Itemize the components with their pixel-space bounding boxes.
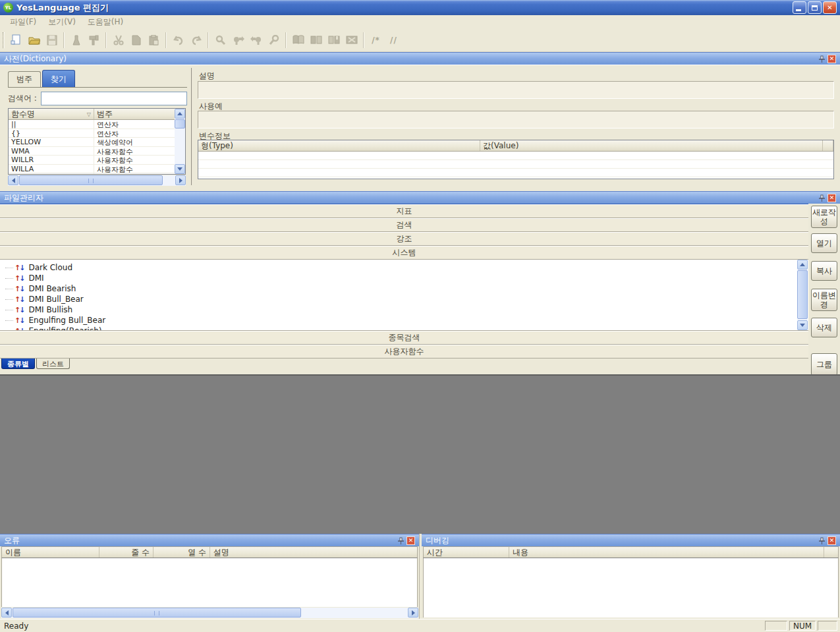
tree-item[interactable]: ↑↓ DMI Bullish: [0, 304, 797, 315]
tree-item-label[interactable]: DMI Bullish: [28, 305, 72, 314]
scroll-right-button[interactable]: [408, 608, 418, 618]
cut-button[interactable]: [109, 31, 127, 49]
menu-help[interactable]: 도움말(H): [82, 15, 129, 29]
tree-item[interactable]: ↑↓ Engulfing(Bearish): [0, 326, 797, 330]
section-user-functions[interactable]: 사용자함수: [0, 345, 808, 359]
menu-view[interactable]: 보기(V): [42, 15, 82, 29]
new-script-button[interactable]: 새로작성: [811, 206, 837, 228]
function-name-cell[interactable]: WHITE: [9, 173, 94, 174]
open-file-button[interactable]: [25, 31, 43, 49]
copy-button[interactable]: [127, 31, 145, 49]
pin-icon[interactable]: [818, 194, 826, 202]
scrollbar-thumb[interactable]: [13, 608, 301, 618]
dictionary-book-button[interactable]: [289, 31, 307, 49]
build-button[interactable]: [85, 31, 103, 49]
function-category-cell[interactable]: 사용자함수: [94, 165, 175, 173]
copy-script-button[interactable]: 복사: [811, 261, 837, 281]
section-stock-search[interactable]: 종목검색: [0, 331, 808, 345]
find-prev-button[interactable]: [247, 31, 265, 49]
column-header-value[interactable]: 값(Value): [480, 140, 823, 151]
function-category-cell[interactable]: 사용자함수: [94, 156, 175, 164]
window-titlebar[interactable]: YL YesLanguage 편집기 ✕: [0, 0, 840, 15]
errors-panel-titlebar[interactable]: 오류 ✕: [0, 534, 419, 546]
column-header-line[interactable]: 줄 수: [99, 547, 154, 558]
section-highlight[interactable]: 강조: [0, 232, 808, 246]
find-next-button[interactable]: [229, 31, 247, 49]
function-name-cell[interactable]: WILLA: [9, 165, 94, 173]
tree-vscrollbar[interactable]: [797, 260, 808, 330]
tree-item-label[interactable]: Dark Cloud: [28, 263, 72, 272]
function-category-cell[interactable]: 사용자함수: [94, 147, 175, 156]
function-name-cell[interactable]: WMA: [9, 147, 94, 156]
tree-item[interactable]: ↑↓ Engulfing Bull_Bear: [0, 315, 797, 326]
restore-button[interactable]: [808, 1, 822, 14]
function-list-row[interactable]: WILLR 사용자함수: [9, 156, 175, 165]
section-system[interactable]: 시스템: [0, 246, 808, 260]
toolbar-grip[interactable]: [3, 32, 5, 48]
tree-item[interactable]: ↑↓ DMI Bearish: [0, 283, 797, 294]
paste-button[interactable]: [145, 31, 163, 49]
dictionary-panel-titlebar[interactable]: 사전(Dictionary) ✕: [0, 52, 840, 65]
new-file-button[interactable]: [7, 31, 25, 49]
minimize-button[interactable]: [793, 1, 806, 14]
tree-item-label[interactable]: DMI Bearish: [28, 284, 76, 293]
function-name-cell[interactable]: ||: [9, 120, 94, 129]
open-script-button[interactable]: 열기: [811, 233, 837, 253]
tree-item-label[interactable]: Engulfing Bull_Bear: [28, 316, 105, 325]
block-comment-button[interactable]: /*: [367, 31, 385, 49]
scroll-right-button[interactable]: [175, 175, 186, 185]
delete-script-button[interactable]: 삭제: [811, 318, 837, 337]
column-header-col[interactable]: 열 수: [154, 547, 210, 558]
scrollbar-thumb[interactable]: [175, 119, 185, 129]
function-category-cell[interactable]: 색상예약어: [94, 138, 175, 146]
scroll-left-button[interactable]: [1, 608, 12, 618]
scroll-down-button[interactable]: [797, 320, 808, 330]
close-book-button[interactable]: [343, 31, 360, 49]
function-name-cell[interactable]: {}: [9, 129, 94, 138]
panel-close-icon[interactable]: ✕: [827, 536, 836, 545]
function-reference-button[interactable]: [307, 31, 325, 49]
tree-item[interactable]: ↑↓ DMI: [0, 273, 797, 283]
errors-hscrollbar[interactable]: [1, 608, 418, 618]
panel-close-icon[interactable]: ✕: [406, 536, 415, 545]
tree-item-label[interactable]: DMI Bull_Bear: [28, 295, 83, 304]
function-list-row[interactable]: YELLOW 색상예약어: [9, 138, 175, 147]
manual-book-button[interactable]: [325, 31, 343, 49]
debug-list[interactable]: [423, 558, 839, 618]
pin-icon[interactable]: [818, 55, 826, 63]
function-list-row[interactable]: WHITE 색상예약어: [9, 173, 175, 174]
scroll-down-button[interactable]: [175, 164, 185, 174]
tab-list[interactable]: 리스트: [36, 359, 70, 369]
function-category-cell[interactable]: 색상예약어: [94, 173, 175, 174]
function-category-cell[interactable]: 연산자: [94, 129, 175, 138]
close-button[interactable]: ✕: [823, 1, 837, 14]
system-file-tree[interactable]: ↑↓ Dark Cloud ↑↓ DMI ↑↓ DM: [0, 260, 808, 331]
function-list-row[interactable]: WILLA 사용자함수: [9, 165, 175, 174]
find-in-files-button[interactable]: [265, 31, 283, 49]
errors-list[interactable]: [1, 558, 418, 607]
verify-script-button[interactable]: [67, 31, 85, 49]
column-header-desc[interactable]: 설명: [210, 547, 417, 558]
function-category-cell[interactable]: 연산자: [94, 120, 175, 129]
panel-close-icon[interactable]: ✕: [827, 194, 836, 202]
tab-find[interactable]: 찾기: [42, 70, 75, 87]
scroll-left-button[interactable]: [8, 175, 18, 185]
function-list-row[interactable]: {} 연산자: [9, 129, 175, 138]
scrollbar-thumb[interactable]: [797, 270, 808, 319]
tab-category[interactable]: 범주: [8, 71, 41, 87]
tree-item[interactable]: ↑↓ DMI Bull_Bear: [0, 294, 797, 304]
menu-file[interactable]: 파일(F): [4, 15, 42, 29]
tab-by-type[interactable]: 종류별: [1, 359, 35, 369]
scroll-up-button[interactable]: [797, 260, 808, 270]
function-list-vscrollbar[interactable]: [175, 109, 185, 174]
function-name-cell[interactable]: WILLR: [9, 156, 94, 164]
group-button[interactable]: 그룹: [811, 353, 837, 374]
tree-item-label[interactable]: DMI: [28, 273, 43, 283]
function-list-hscrollbar[interactable]: [8, 175, 186, 186]
column-header-type[interactable]: 형(Type): [198, 140, 480, 151]
column-header-content[interactable]: 내용: [509, 547, 824, 558]
line-comment-button[interactable]: //: [385, 31, 403, 49]
pin-icon[interactable]: [818, 536, 826, 544]
search-input[interactable]: [41, 92, 187, 105]
scrollbar-thumb[interactable]: [19, 175, 163, 185]
